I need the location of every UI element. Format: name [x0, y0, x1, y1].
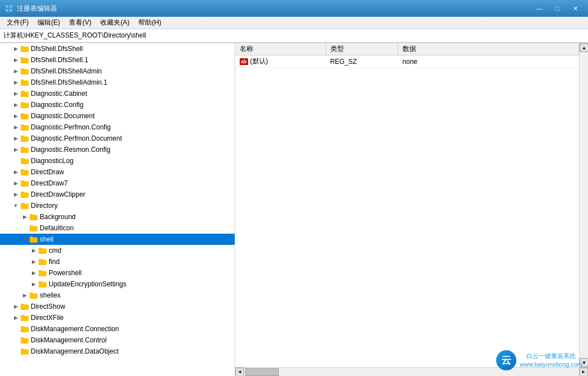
col-data: 数据 [398, 43, 579, 55]
folder-icon-diagPerfmonDoc [20, 134, 29, 143]
expand-arrow-cmd[interactable] [29, 246, 38, 255]
maximize-button[interactable]: □ [549, 3, 566, 14]
tree-item-directDraw[interactable]: DirectDraw [0, 166, 235, 178]
expand-arrow-dfsshellAdmin1[interactable] [11, 78, 20, 87]
tree-item-shellex[interactable]: shellex [0, 290, 235, 301]
tree-item-directXFile[interactable]: DirectXFile [0, 312, 235, 323]
minimize-button[interactable]: — [531, 3, 548, 14]
tree-label-dfsshellAdmin: DfsShell.DfsShellAdmin [31, 67, 235, 75]
col-type: 类型 [325, 43, 398, 55]
expand-arrow-diagDocument[interactable] [11, 112, 20, 120]
tree-item-dfsshell1[interactable]: DfsShell.DfsShell.1 [0, 54, 235, 66]
ab-icon: ab [240, 58, 248, 65]
folder-icon-powershell [38, 268, 47, 277]
menu-edit[interactable]: 编辑(E) [33, 17, 64, 29]
folder-icon-directXFile [20, 313, 29, 322]
tree-item-directory[interactable]: Directory [0, 200, 235, 211]
tree-panel[interactable]: DfsShell.DfsShell DfsShell.DfsShell.1 Df… [0, 43, 235, 376]
scroll-track [580, 52, 588, 358]
tree-item-background[interactable]: Background [0, 211, 235, 222]
table-row[interactable]: ab(默认)REG_SZnone [235, 55, 579, 68]
tree-label-diskMgmtData: DiskManagement.DataObject [31, 347, 235, 355]
tree-item-diskMgmtCtrl[interactable]: DiskManagement.Control [0, 335, 235, 346]
tree-label-shellex: shellex [40, 291, 235, 299]
expand-arrow-powershell[interactable] [29, 268, 38, 277]
close-button[interactable]: ✕ [567, 3, 584, 14]
tree-label-directory: Directory [31, 202, 235, 210]
expand-arrow-dfsshell[interactable] [11, 44, 20, 53]
expand-arrow-updateEncryption[interactable] [29, 280, 38, 289]
tree-item-powershell[interactable]: Powershell [0, 267, 235, 278]
tree-label-cmd: cmd [49, 247, 235, 254]
expand-arrow-background[interactable] [20, 212, 29, 221]
tree-item-shell[interactable]: shell [0, 234, 235, 245]
tree-label-powershell: Powershell [49, 269, 235, 277]
expand-arrow-diagResmonConfig[interactable] [11, 145, 20, 154]
expand-arrow-dfsshell1[interactable] [11, 55, 20, 64]
expand-arrow-directShow[interactable] [11, 302, 20, 311]
tree-item-directShow[interactable]: DirectShow [0, 301, 235, 312]
folder-icon-diskMgmtData [20, 347, 29, 356]
tree-label-diskMgmtCtrl: DiskManagement.Control [31, 336, 235, 344]
expand-arrow-diagPerfmonConfig[interactable] [11, 123, 20, 132]
tree-item-updateEncryption[interactable]: UpdateEncryptionSettings [0, 278, 235, 290]
tree-item-diskMgmtData[interactable]: DiskManagement.DataObject [0, 346, 235, 357]
expand-arrow-directDrawClipper[interactable] [11, 190, 20, 199]
tree-label-diagCabinet: Diagnostic.Cabinet [31, 90, 235, 98]
expand-arrow-directDraw7[interactable] [11, 179, 20, 188]
tree-item-diagCabinet[interactable]: Diagnostic.Cabinet [0, 88, 235, 99]
expand-arrow-directory[interactable] [11, 201, 20, 210]
tree-label-diagPerfmonConfig: Diagnostic.Perfmon.Config [31, 123, 235, 131]
tree-item-directDraw7[interactable]: DirectDraw7 [0, 178, 235, 189]
tree-item-dfsshellAdmin[interactable]: DfsShell.DfsShellAdmin [0, 66, 235, 77]
scroll-left-btn[interactable]: ◄ [235, 368, 244, 377]
watermark-line2: www.baiyunxitong.com [520, 360, 582, 369]
expand-arrow-diagPerfmonDoc[interactable] [11, 134, 20, 143]
tree-label-directShow: DirectShow [31, 303, 235, 310]
tree-item-diagLog[interactable]: DiagnosticLog [0, 155, 235, 166]
expand-arrow-dfsshellAdmin[interactable] [11, 67, 20, 76]
svg-rect-3 [10, 9, 12, 12]
right-scrollbar: ▲ ▼ [579, 43, 588, 367]
tree-label-updateEncryption: UpdateEncryptionSettings [49, 280, 235, 288]
menu-help[interactable]: 帮助(H) [134, 17, 166, 29]
menu-file[interactable]: 文件(F) [2, 17, 33, 29]
tree-label-diagResmonConfig: Diagnostic.Resmon.Config [31, 146, 235, 154]
app-icon [4, 4, 13, 13]
tree-item-diskMgmtConn[interactable]: DiskManagement.Connection [0, 323, 235, 335]
expand-arrow-directDraw[interactable] [11, 168, 20, 177]
tree-item-find[interactable]: find [0, 256, 235, 267]
folder-icon-diagResmonConfig [20, 145, 29, 154]
expand-arrow-diagCabinet[interactable] [11, 89, 20, 98]
menu-view[interactable]: 查看(V) [64, 17, 96, 29]
folder-icon-shellex [29, 291, 38, 300]
reg-data: none [398, 55, 579, 68]
expand-arrow-diagConfig[interactable] [11, 100, 20, 109]
expand-arrow-find[interactable] [29, 257, 38, 266]
col-name: 名称 [235, 43, 325, 55]
tree-item-diagDocument[interactable]: Diagnostic.Document [0, 110, 235, 122]
app-title: 注册表编辑器 [17, 4, 531, 13]
tree-item-diagConfig[interactable]: Diagnostic.Config [0, 99, 235, 110]
menu-favorites[interactable]: 收藏夹(A) [96, 17, 134, 29]
tree-label-diskMgmtConn: DiskManagement.Connection [31, 325, 235, 333]
tree-item-dfsshellAdmin1[interactable]: DfsShell.DfsShellAdmin.1 [0, 77, 235, 88]
tree-item-diagResmonConfig[interactable]: Diagnostic.Resmon.Config [0, 144, 235, 155]
watermark: 云 白云一键重装系统 www.baiyunxitong.com [496, 350, 582, 370]
tree-item-diagPerfmonDoc[interactable]: Diagnostic.Perfmon.Document [0, 133, 235, 144]
scroll-up-btn[interactable]: ▲ [580, 43, 588, 52]
expand-arrow-shell[interactable] [20, 235, 29, 244]
tree-item-cmd[interactable]: cmd [0, 245, 235, 256]
tree-item-diagPerfmonConfig[interactable]: Diagnostic.Perfmon.Config [0, 122, 235, 133]
tree-item-dfsshell[interactable]: DfsShell.DfsShell [0, 43, 235, 54]
folder-icon-shell [29, 235, 38, 244]
expand-arrow-shellex[interactable] [20, 291, 29, 300]
expand-arrow-directXFile[interactable] [11, 313, 20, 322]
folder-icon-diagDocument [20, 112, 29, 120]
tree-item-directDrawClipper[interactable]: DirectDrawClipper [0, 189, 235, 200]
folder-icon-diskMgmtCtrl [20, 336, 29, 345]
registry-table: 名称 类型 数据 ab(默认)REG_SZnone [235, 43, 579, 68]
tree-item-defaultIcon[interactable]: DefaultIcon [0, 222, 235, 234]
h-scroll-thumb [245, 368, 279, 376]
tree-label-background: Background [40, 213, 235, 221]
